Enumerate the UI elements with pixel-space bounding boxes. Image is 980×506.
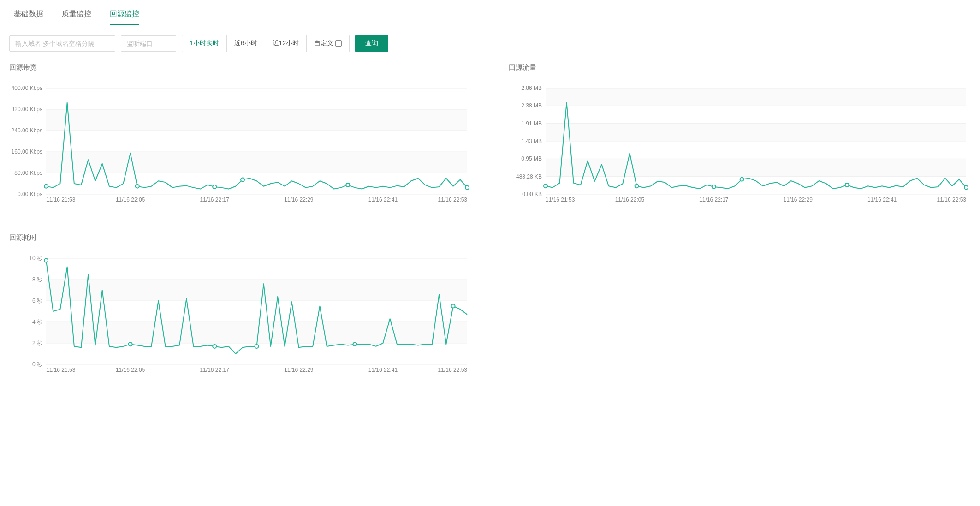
svg-text:488.28 KB: 488.28 KB xyxy=(516,173,542,180)
svg-text:11/16 22:29: 11/16 22:29 xyxy=(284,367,314,373)
port-input[interactable] xyxy=(121,35,176,52)
svg-text:11/16 22:53: 11/16 22:53 xyxy=(438,367,468,373)
query-button[interactable]: 查询 xyxy=(355,35,388,52)
svg-text:11/16 22:41: 11/16 22:41 xyxy=(867,196,897,203)
tab-quality-monitor[interactable]: 质量监控 xyxy=(62,5,91,25)
svg-rect-57 xyxy=(46,322,467,343)
svg-text:240.00 Kbps: 240.00 Kbps xyxy=(12,127,42,134)
svg-text:11/16 22:05: 11/16 22:05 xyxy=(116,367,145,373)
svg-text:0 秒: 0 秒 xyxy=(32,361,42,368)
svg-text:11/16 22:17: 11/16 22:17 xyxy=(200,196,229,203)
svg-text:80.00 Kbps: 80.00 Kbps xyxy=(14,170,42,176)
svg-text:1.91 MB: 1.91 MB xyxy=(521,120,542,127)
svg-text:11/16 21:53: 11/16 21:53 xyxy=(546,196,575,203)
svg-text:11/16 22:41: 11/16 22:41 xyxy=(368,196,398,203)
svg-point-80 xyxy=(451,304,455,308)
svg-text:11/16 22:05: 11/16 22:05 xyxy=(615,196,645,203)
svg-text:0.00 KB: 0.00 KB xyxy=(522,191,542,197)
svg-text:8 秒: 8 秒 xyxy=(32,276,42,283)
svg-text:6 秒: 6 秒 xyxy=(32,298,42,304)
svg-point-25 xyxy=(465,186,469,190)
chart-traffic-title: 回源流量 xyxy=(509,63,971,72)
svg-rect-62 xyxy=(46,280,467,301)
svg-text:320.00 Kbps: 320.00 Kbps xyxy=(12,106,42,113)
calendar-icon xyxy=(335,40,342,47)
svg-text:11/16 22:17: 11/16 22:17 xyxy=(699,196,729,203)
time-opt-1h[interactable]: 1小时实时 xyxy=(182,35,227,52)
tab-origin-monitor[interactable]: 回源监控 xyxy=(110,5,139,25)
svg-point-53 xyxy=(845,183,849,187)
chart-traffic: 回源流量 0.00 KB488.28 KB0.95 MB1.43 MB1.91 … xyxy=(509,63,971,206)
svg-point-79 xyxy=(353,342,357,346)
svg-point-54 xyxy=(964,186,968,190)
time-opt-6h[interactable]: 近6小时 xyxy=(227,35,265,52)
domain-input[interactable] xyxy=(9,35,115,52)
svg-text:0.00 Kbps: 0.00 Kbps xyxy=(18,191,42,197)
tabs: 基础数据 质量监控 回源监控 xyxy=(9,0,971,25)
svg-text:11/16 22:41: 11/16 22:41 xyxy=(368,367,398,373)
svg-point-49 xyxy=(544,184,547,188)
svg-text:11/16 22:29: 11/16 22:29 xyxy=(284,196,314,203)
chart-bandwidth-title: 回源带宽 xyxy=(9,63,472,72)
svg-point-24 xyxy=(346,183,350,187)
svg-point-78 xyxy=(255,345,259,348)
svg-text:11/16 22:17: 11/16 22:17 xyxy=(200,367,229,373)
svg-rect-28 xyxy=(546,159,966,176)
svg-text:2 秒: 2 秒 xyxy=(32,340,42,346)
svg-text:0.95 MB: 0.95 MB xyxy=(521,155,542,162)
svg-rect-33 xyxy=(546,124,966,141)
svg-point-22 xyxy=(213,185,216,189)
tab-basic-data[interactable]: 基础数据 xyxy=(14,5,43,25)
svg-point-75 xyxy=(44,259,48,262)
svg-text:11/16 22:05: 11/16 22:05 xyxy=(116,196,145,203)
controls-row: 1小时实时 近6小时 近12小时 自定义 查询 xyxy=(9,35,971,52)
svg-text:11/16 22:53: 11/16 22:53 xyxy=(438,196,468,203)
time-range-group: 1小时实时 近6小时 近12小时 自定义 xyxy=(182,35,350,52)
svg-text:4 秒: 4 秒 xyxy=(32,319,42,325)
chart-bandwidth: 回源带宽 0.00 Kbps80.00 Kbps160.00 Kbps240.0… xyxy=(9,63,472,206)
svg-point-23 xyxy=(241,178,244,181)
svg-text:2.86 MB: 2.86 MB xyxy=(521,86,542,91)
svg-text:11/16 22:29: 11/16 22:29 xyxy=(783,196,813,203)
chart-latency-title: 回源耗时 xyxy=(9,233,472,242)
svg-text:1.43 MB: 1.43 MB xyxy=(521,138,542,144)
chart-bandwidth-canvas: 0.00 Kbps80.00 Kbps160.00 Kbps240.00 Kbp… xyxy=(9,86,472,206)
time-opt-custom[interactable]: 自定义 xyxy=(307,35,349,52)
svg-point-21 xyxy=(136,185,139,188)
svg-point-51 xyxy=(712,185,716,189)
svg-text:10 秒: 10 秒 xyxy=(29,256,42,262)
svg-text:11/16 22:53: 11/16 22:53 xyxy=(937,196,967,203)
svg-text:400.00 Kbps: 400.00 Kbps xyxy=(12,86,42,91)
svg-point-20 xyxy=(44,185,48,188)
charts-grid: 回源带宽 0.00 Kbps80.00 Kbps160.00 Kbps240.0… xyxy=(9,63,971,376)
time-opt-custom-label: 自定义 xyxy=(314,39,333,48)
svg-text:2.38 MB: 2.38 MB xyxy=(521,102,542,109)
svg-text:11/16 21:53: 11/16 21:53 xyxy=(46,196,76,203)
svg-point-77 xyxy=(213,345,216,348)
svg-rect-7 xyxy=(46,109,467,131)
chart-latency-canvas: 0 秒2 秒4 秒6 秒8 秒10 秒11/16 21:5311/16 22:0… xyxy=(9,256,472,376)
svg-rect-38 xyxy=(546,88,966,106)
chart-traffic-canvas: 0.00 KB488.28 KB0.95 MB1.43 MB1.91 MB2.3… xyxy=(509,86,971,206)
svg-rect-2 xyxy=(46,152,467,173)
chart-latency: 回源耗时 0 秒2 秒4 秒6 秒8 秒10 秒11/16 21:5311/16… xyxy=(9,233,472,376)
svg-text:160.00 Kbps: 160.00 Kbps xyxy=(12,149,42,155)
svg-point-52 xyxy=(740,178,744,181)
svg-point-50 xyxy=(635,184,639,188)
svg-text:11/16 21:53: 11/16 21:53 xyxy=(46,367,76,373)
svg-point-76 xyxy=(129,342,132,346)
time-opt-12h[interactable]: 近12小时 xyxy=(265,35,307,52)
